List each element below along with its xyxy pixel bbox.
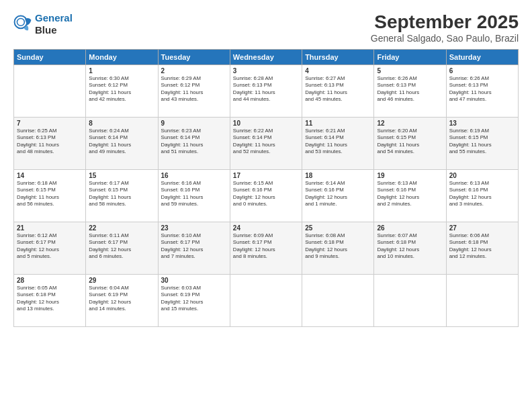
calendar-cell: 30Sunrise: 6:03 AM Sunset: 6:19 PM Dayli…	[158, 274, 230, 326]
calendar-cell: 15Sunrise: 6:17 AM Sunset: 6:15 PM Dayli…	[86, 169, 158, 222]
calendar-cell: 8Sunrise: 6:24 AM Sunset: 6:14 PM Daylig…	[86, 117, 158, 169]
calendar-cell: 22Sunrise: 6:11 AM Sunset: 6:17 PM Dayli…	[86, 222, 158, 274]
cell-content: Sunrise: 6:14 AM Sunset: 6:16 PM Dayligh…	[305, 180, 371, 208]
cell-content: Sunrise: 6:20 AM Sunset: 6:15 PM Dayligh…	[377, 128, 443, 156]
cell-content: Sunrise: 6:19 AM Sunset: 6:15 PM Dayligh…	[449, 128, 515, 156]
cell-content: Sunrise: 6:16 AM Sunset: 6:16 PM Dayligh…	[161, 180, 227, 208]
calendar-cell	[14, 64, 86, 117]
day-number: 28	[17, 277, 83, 284]
cell-content: Sunrise: 6:11 AM Sunset: 6:17 PM Dayligh…	[89, 232, 154, 261]
calendar-cell	[446, 274, 518, 326]
day-number: 15	[89, 172, 154, 179]
day-number: 3	[233, 67, 299, 75]
calendar-cell: 28Sunrise: 6:05 AM Sunset: 6:18 PM Dayli…	[14, 274, 86, 326]
calendar-cell: 23Sunrise: 6:10 AM Sunset: 6:17 PM Dayli…	[158, 222, 230, 274]
day-number: 17	[233, 172, 299, 179]
day-number: 4	[305, 67, 371, 75]
calendar-cell: 29Sunrise: 6:04 AM Sunset: 6:19 PM Dayli…	[86, 274, 158, 326]
calendar-cell: 25Sunrise: 6:08 AM Sunset: 6:18 PM Dayli…	[302, 222, 374, 274]
logo-icon	[13, 15, 32, 34]
day-number: 12	[377, 120, 443, 127]
calendar-cell: 20Sunrise: 6:13 AM Sunset: 6:16 PM Dayli…	[446, 169, 518, 222]
cell-content: Sunrise: 6:05 AM Sunset: 6:18 PM Dayligh…	[17, 285, 83, 313]
calendar-cell: 13Sunrise: 6:19 AM Sunset: 6:15 PM Dayli…	[446, 117, 518, 169]
col-header-thursday: Thursday	[302, 49, 374, 64]
day-number: 1	[89, 67, 154, 75]
cell-content: Sunrise: 6:25 AM Sunset: 6:13 PM Dayligh…	[17, 128, 83, 156]
col-header-monday: Monday	[86, 49, 158, 64]
cell-content: Sunrise: 6:18 AM Sunset: 6:15 PM Dayligh…	[17, 180, 83, 208]
cell-content: Sunrise: 6:08 AM Sunset: 6:18 PM Dayligh…	[305, 232, 371, 261]
day-number: 29	[89, 277, 154, 284]
day-number: 8	[89, 120, 154, 127]
day-number: 22	[89, 224, 154, 232]
calendar-table: SundayMondayTuesdayWednesdayThursdayFrid…	[13, 49, 519, 327]
calendar-cell: 2Sunrise: 6:29 AM Sunset: 6:12 PM Daylig…	[158, 64, 230, 117]
cell-content: Sunrise: 6:26 AM Sunset: 6:13 PM Dayligh…	[377, 75, 443, 103]
day-number: 30	[161, 277, 227, 284]
calendar-cell: 27Sunrise: 6:06 AM Sunset: 6:18 PM Dayli…	[446, 222, 518, 274]
cell-content: Sunrise: 6:06 AM Sunset: 6:18 PM Dayligh…	[449, 232, 515, 261]
calendar-week-4: 21Sunrise: 6:12 AM Sunset: 6:17 PM Dayli…	[14, 222, 519, 274]
col-header-friday: Friday	[374, 49, 446, 64]
cell-content: Sunrise: 6:15 AM Sunset: 6:16 PM Dayligh…	[233, 180, 299, 208]
cell-content: Sunrise: 6:04 AM Sunset: 6:19 PM Dayligh…	[89, 285, 154, 313]
svg-point-1	[17, 18, 24, 26]
day-number: 21	[17, 224, 83, 232]
calendar-cell: 12Sunrise: 6:20 AM Sunset: 6:15 PM Dayli…	[374, 117, 446, 169]
day-number: 11	[305, 120, 371, 127]
logo-text: General Blue	[35, 12, 73, 36]
calendar-cell: 7Sunrise: 6:25 AM Sunset: 6:13 PM Daylig…	[14, 117, 86, 169]
day-number: 9	[161, 120, 227, 127]
calendar-cell: 1Sunrise: 6:30 AM Sunset: 6:12 PM Daylig…	[86, 64, 158, 117]
day-number: 2	[161, 67, 227, 75]
page-header: General Blue September 2025 General Salg…	[13, 12, 519, 44]
cell-content: Sunrise: 6:07 AM Sunset: 6:18 PM Dayligh…	[377, 232, 443, 261]
calendar-week-5: 28Sunrise: 6:05 AM Sunset: 6:18 PM Dayli…	[14, 274, 519, 326]
header-row: SundayMondayTuesdayWednesdayThursdayFrid…	[14, 49, 519, 64]
day-number: 26	[377, 224, 443, 232]
cell-content: Sunrise: 6:13 AM Sunset: 6:16 PM Dayligh…	[449, 180, 515, 208]
calendar-cell	[302, 274, 374, 326]
col-header-sunday: Sunday	[14, 49, 86, 64]
day-number: 16	[161, 172, 227, 179]
day-number: 5	[377, 67, 443, 75]
calendar-cell: 11Sunrise: 6:21 AM Sunset: 6:14 PM Dayli…	[302, 117, 374, 169]
location-subtitle: General Salgado, Sao Paulo, Brazil	[371, 33, 519, 44]
calendar-cell: 6Sunrise: 6:26 AM Sunset: 6:13 PM Daylig…	[446, 64, 518, 117]
day-number: 25	[305, 224, 371, 232]
day-number: 23	[161, 224, 227, 232]
calendar-cell: 4Sunrise: 6:27 AM Sunset: 6:13 PM Daylig…	[302, 64, 374, 117]
cell-content: Sunrise: 6:13 AM Sunset: 6:16 PM Dayligh…	[377, 180, 443, 208]
cell-content: Sunrise: 6:17 AM Sunset: 6:15 PM Dayligh…	[89, 180, 154, 208]
cell-content: Sunrise: 6:21 AM Sunset: 6:14 PM Dayligh…	[305, 128, 371, 156]
cell-content: Sunrise: 6:27 AM Sunset: 6:13 PM Dayligh…	[305, 75, 371, 103]
month-title: September 2025	[371, 12, 519, 33]
calendar-cell: 17Sunrise: 6:15 AM Sunset: 6:16 PM Dayli…	[230, 169, 302, 222]
day-number: 13	[449, 120, 515, 127]
calendar-cell: 26Sunrise: 6:07 AM Sunset: 6:18 PM Dayli…	[374, 222, 446, 274]
calendar-cell: 16Sunrise: 6:16 AM Sunset: 6:16 PM Dayli…	[158, 169, 230, 222]
day-number: 14	[17, 172, 83, 179]
cell-content: Sunrise: 6:24 AM Sunset: 6:14 PM Dayligh…	[89, 128, 154, 156]
cell-content: Sunrise: 6:22 AM Sunset: 6:14 PM Dayligh…	[233, 128, 299, 156]
calendar-cell	[230, 274, 302, 326]
calendar-cell: 24Sunrise: 6:09 AM Sunset: 6:17 PM Dayli…	[230, 222, 302, 274]
calendar-week-2: 7Sunrise: 6:25 AM Sunset: 6:13 PM Daylig…	[14, 117, 519, 169]
logo: General Blue	[13, 12, 73, 36]
calendar-cell: 10Sunrise: 6:22 AM Sunset: 6:14 PM Dayli…	[230, 117, 302, 169]
col-header-saturday: Saturday	[446, 49, 518, 64]
day-number: 18	[305, 172, 371, 179]
day-number: 19	[377, 172, 443, 179]
cell-content: Sunrise: 6:03 AM Sunset: 6:19 PM Dayligh…	[161, 285, 227, 313]
cell-content: Sunrise: 6:23 AM Sunset: 6:14 PM Dayligh…	[161, 128, 227, 156]
calendar-cell: 21Sunrise: 6:12 AM Sunset: 6:17 PM Dayli…	[14, 222, 86, 274]
cell-content: Sunrise: 6:28 AM Sunset: 6:13 PM Dayligh…	[233, 75, 299, 103]
svg-point-0	[15, 16, 28, 29]
day-number: 20	[449, 172, 515, 179]
day-number: 7	[17, 120, 83, 127]
day-number: 24	[233, 224, 299, 232]
calendar-cell: 19Sunrise: 6:13 AM Sunset: 6:16 PM Dayli…	[374, 169, 446, 222]
day-number: 10	[233, 120, 299, 127]
calendar-page: General Blue September 2025 General Salg…	[0, 0, 532, 411]
